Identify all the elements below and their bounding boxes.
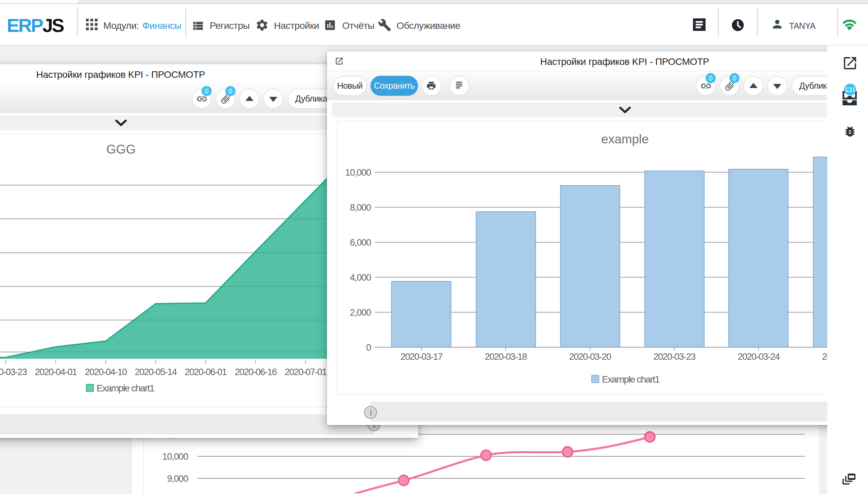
svg-text:2020-06-16: 2020-06-16 — [235, 367, 277, 377]
svg-text:2,000: 2,000 — [350, 307, 371, 318]
svg-text:example: example — [601, 132, 649, 146]
svg-text:2020-03-20: 2020-03-20 — [569, 352, 611, 362]
svg-text:8,000: 8,000 — [350, 202, 371, 213]
svg-text:2020-06-01: 2020-06-01 — [185, 367, 227, 377]
svg-text:2020-03-17: 2020-03-17 — [400, 352, 442, 362]
svg-text:9,000: 9,000 — [167, 474, 188, 484]
svg-text:2020-04-10: 2020-04-10 — [85, 367, 127, 377]
svg-text:2020-03-23: 2020-03-23 — [0, 367, 27, 377]
svg-text:Example chart1: Example chart1 — [602, 374, 660, 385]
svg-text:10,000: 10,000 — [345, 167, 371, 178]
svg-text:10,000: 10,000 — [162, 452, 188, 462]
svg-text:GGG: GGG — [106, 142, 136, 156]
svg-text:2020-07-01: 2020-07-01 — [284, 367, 327, 377]
svg-text:2020-04-01: 2020-04-01 — [35, 367, 77, 377]
svg-text:2020-03-18: 2020-03-18 — [485, 352, 527, 362]
svg-text:6,000: 6,000 — [350, 237, 371, 248]
svg-text:Example chart1: Example chart1 — [97, 383, 155, 393]
svg-text:2020-03-24: 2020-03-24 — [737, 352, 780, 362]
svg-text:4,000: 4,000 — [350, 272, 371, 283]
svg-text:2020-03-23: 2020-03-23 — [653, 352, 695, 362]
svg-text:2020-05-14: 2020-05-14 — [135, 367, 177, 377]
svg-text:0: 0 — [366, 342, 371, 353]
